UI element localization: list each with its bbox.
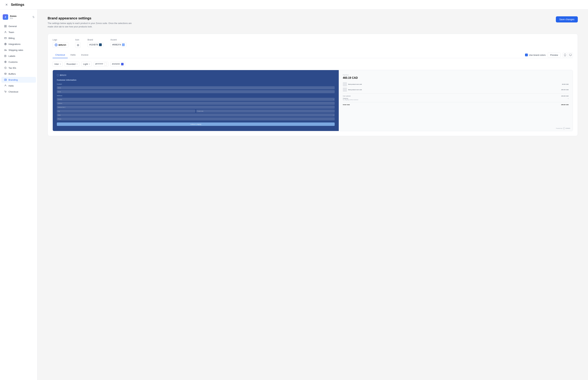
close-button[interactable]: ✕ (4, 2, 9, 7)
mobile-view-button[interactable] (563, 53, 568, 57)
order-brand-label: Pay Bruvi (343, 74, 569, 76)
hello-icon (4, 84, 7, 87)
powered-by-row: Powered by Z ZONOS (556, 127, 570, 129)
order-item-name-1: Best product ever sold (348, 83, 561, 85)
city-postal-row: City Postal code (57, 110, 335, 114)
phone-input-mock: Phone (57, 117, 335, 120)
org-avatar: Z (3, 14, 8, 20)
sidebar-item-buffers[interactable]: Buffers (1, 71, 36, 77)
postal-input-mock: Postal code (196, 110, 335, 113)
page-description: The settings below apply to each product… (48, 22, 136, 28)
sidebar-label-general: General (8, 25, 17, 28)
customs-icon (4, 60, 7, 63)
brand-color-swatch[interactable]: #1E4D78 (87, 42, 104, 47)
accent-color-swatch-2[interactable]: #445EEE (111, 62, 125, 67)
border-radius-selector[interactable]: Rounded ▾ (65, 62, 79, 67)
cart-subtotal-label: Cart subtotal (343, 95, 350, 97)
sidebar-label-shipping-rates: Shipping rates (8, 49, 23, 51)
state-placeholder: State (58, 114, 60, 116)
page-title: Brand appearance settings (48, 16, 136, 20)
font-selector[interactable]: Inter ▾ (53, 62, 63, 67)
grid-icon (4, 25, 7, 28)
use-brand-colors-text: Use brand colors (529, 54, 546, 56)
theme-value: Light (83, 63, 88, 65)
svg-rect-5 (4, 38, 6, 39)
logo-group: Logo BRUVI (53, 38, 68, 47)
svg-text:Z: Z (564, 128, 564, 129)
org-info: Zonos 909 (10, 15, 31, 19)
order-item-1: Best product ever sold 49.60 CAD (343, 82, 569, 86)
order-divider (343, 93, 569, 94)
font-value: Inter (55, 63, 59, 65)
sidebar-item-hello[interactable]: Hello (1, 83, 36, 89)
contact-section-label: Contact (57, 83, 335, 85)
country-select-mock: Country ▾ (57, 98, 335, 101)
brand-color-value: #1E4D78 (89, 43, 98, 46)
sidebar-item-checkout[interactable]: Checkout (1, 89, 36, 95)
svg-rect-3 (6, 26, 6, 27)
accent-color-group: Accent #89B2FA (111, 38, 127, 47)
save-changes-button[interactable]: Save changes (556, 16, 578, 22)
tab-hello[interactable]: Hello (68, 52, 78, 58)
sidebar-item-branding[interactable]: Branding (1, 77, 36, 83)
sidebar-item-billing[interactable]: Billing (1, 35, 36, 41)
checkout-logo-row: BRUVI (57, 74, 335, 76)
preview-button[interactable]: Preview (548, 53, 561, 57)
sidebar-label-branding: Branding (8, 78, 18, 81)
chevron-down-icon-2: ▾ (76, 63, 77, 65)
checkout-logo-circle (57, 74, 59, 76)
name-input-mock: Name (57, 86, 335, 89)
sidebar-item-team[interactable]: Team (1, 29, 36, 35)
order-item-2: Best product ever sold 200.00 CAD (343, 88, 569, 92)
sidebar-item-general[interactable]: General (1, 23, 36, 29)
bg-color-swatch[interactable]: #FFFFFF (94, 62, 108, 67)
continue-button-mock: Continue to shipping (57, 122, 335, 126)
sidebar-label-hello: Hello (8, 85, 14, 87)
brand-label: Brand (87, 38, 104, 41)
sidebar-label-customs: Customs (8, 61, 18, 63)
logo-preview[interactable]: BRUVI (53, 42, 68, 47)
svg-point-24 (6, 92, 6, 93)
tax-icon (4, 67, 7, 69)
continue-button-text: Continue to shipping (190, 124, 201, 125)
zonos-text: ZONOS (566, 128, 570, 129)
postal-placeholder: Postal code (197, 111, 204, 112)
add-icon-button[interactable]: ⊕ (75, 42, 81, 48)
brand-color-group: Brand #1E4D78 (87, 38, 104, 47)
view-icons (563, 53, 573, 57)
sidebar-item-integrations[interactable]: Integrations (1, 41, 36, 47)
svg-rect-1 (6, 25, 6, 26)
order-total-value: 249.60 CAD (561, 104, 569, 105)
sidebar-item-shipping-rates[interactable]: Shipping rates (1, 47, 36, 53)
sidebar-item-customs[interactable]: Customs (1, 59, 36, 65)
org-id: 909 (10, 17, 31, 19)
checkout-logo-text: BRUVI (60, 74, 67, 76)
logo-circle-icon (55, 43, 57, 46)
color-row: Logo BRUVI Icon ⊕ Brand #1E4D78 (53, 38, 573, 48)
close-icon: ✕ (5, 3, 8, 7)
svg-point-23 (5, 92, 5, 93)
order-item-thumbnail-2 (343, 88, 347, 92)
cart-subtotal-value: 249.60 CAD (561, 95, 569, 97)
checkout-icon (4, 90, 7, 93)
use-brand-colors-checkbox[interactable]: ✓ (525, 54, 528, 56)
org-selector[interactable]: Z Zonos 909 ⇅ (0, 13, 37, 23)
icon-group: Icon ⊕ (75, 38, 81, 48)
sidebar-item-labels[interactable]: Labels (1, 53, 36, 59)
checkout-heading: Customer information (57, 79, 335, 81)
tab-invoice[interactable]: Invoice (78, 52, 91, 58)
checkout-form-panel: BRUVI Customer information Contact Name … (53, 70, 339, 131)
brand-section: Logo BRUVI Icon ⊕ Brand #1E4D78 (48, 34, 578, 136)
page-header-text: Brand appearance settings The settings b… (48, 16, 136, 28)
branding-icon (4, 78, 7, 81)
tab-checkout[interactable]: Checkout (53, 52, 68, 58)
theme-selector[interactable]: Light ▾ (81, 62, 92, 67)
sidebar-item-tax-ids[interactable]: Tax IDs (1, 65, 36, 71)
desktop-view-button[interactable] (568, 53, 573, 57)
sidebar: Z Zonos 909 ⇅ General Team (0, 10, 38, 380)
address-placeholder: Address (58, 103, 62, 104)
use-brand-colors-label[interactable]: ✓ Use brand colors (525, 54, 546, 56)
address2-input-mock: Address line 2 (57, 106, 335, 109)
accent-color-swatch[interactable]: #89B2FA (111, 42, 127, 47)
main-layout: Z Zonos 909 ⇅ General Team (0, 10, 588, 380)
